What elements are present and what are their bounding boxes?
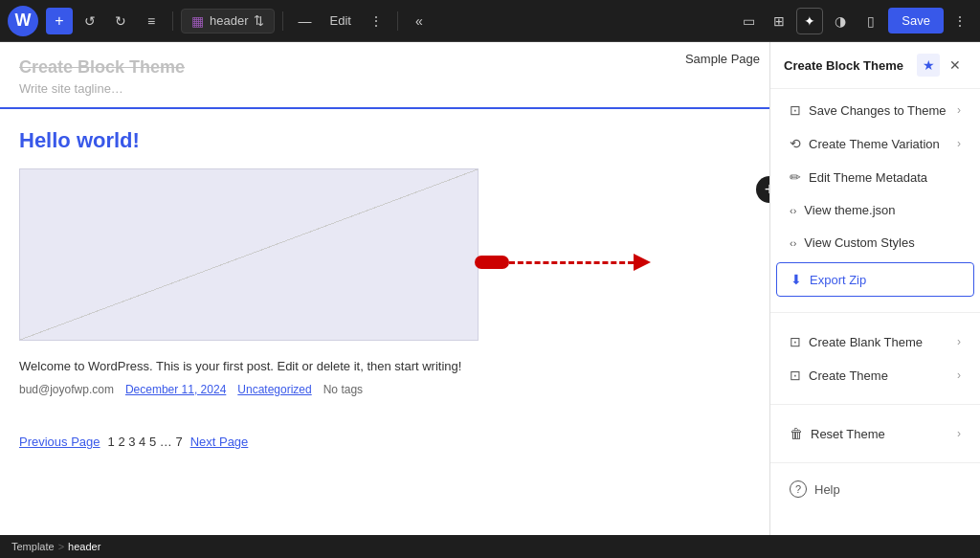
panel-header: Create Block Theme ★ ✕ xyxy=(770,42,980,89)
view-theme-json-item[interactable]: ‹› View theme.json xyxy=(776,194,974,226)
post-date-link[interactable]: December 11, 2024 xyxy=(125,383,226,396)
post-tags: No tags xyxy=(323,383,363,396)
panel-section-2: ⊡ Create Blank Theme › ⊡ Create Theme › xyxy=(770,321,980,396)
edit-button[interactable]: Edit xyxy=(322,10,358,32)
site-title: Create Block Theme xyxy=(19,57,750,78)
create-theme-item[interactable]: ⊡ Create Theme › xyxy=(776,359,974,391)
wp-logo[interactable]: W xyxy=(8,6,38,36)
create-variation-chevron: › xyxy=(957,137,961,150)
save-changes-chevron: › xyxy=(957,103,961,117)
reset-theme-icon: 🗑 xyxy=(790,426,803,441)
undo-button[interactable]: ↺ xyxy=(77,8,103,34)
view-styles-label: View Custom Styles xyxy=(804,235,914,250)
create-variation-icon: ⟲ xyxy=(790,136,801,151)
edit-metadata-icon: ✏ xyxy=(790,169,801,185)
save-button[interactable]: Save xyxy=(888,8,944,33)
panel-section-1: ⊡ Save Changes to Theme › ⟲ Create Theme… xyxy=(770,89,980,304)
hello-world-heading: Hello world! xyxy=(19,128,750,153)
crop-button[interactable]: ⊞ xyxy=(766,8,792,34)
export-zip-icon: ⬇ xyxy=(791,272,802,287)
arrow-start xyxy=(475,256,509,269)
create-theme-chevron: › xyxy=(957,368,961,382)
reset-theme-label: Reset Theme xyxy=(811,427,885,441)
reset-theme-chevron: › xyxy=(957,427,961,440)
panel-divider-1 xyxy=(770,312,980,313)
export-zip-label: Export Zip xyxy=(810,273,866,287)
canvas-content: Hello world! Welcome to WordPress. This … xyxy=(0,109,769,468)
toolbar-right: ▭ ⊞ ✦ ◑ ▯ Save ⋮ xyxy=(735,8,972,34)
create-blank-item[interactable]: ⊡ Create Blank Theme › xyxy=(776,325,974,358)
style-button[interactable]: ✦ xyxy=(796,8,823,34)
arrow-annotation xyxy=(475,254,651,271)
side-panel: Create Block Theme ★ ✕ ⊡ Save Changes to… xyxy=(769,42,980,535)
breadcrumb-separator: > xyxy=(58,541,64,552)
save-changes-item[interactable]: ⊡ Save Changes to Theme › xyxy=(776,94,974,126)
create-theme-icon: ⊡ xyxy=(790,368,801,383)
arrow-head xyxy=(634,254,651,271)
create-blank-chevron: › xyxy=(957,335,961,348)
save-changes-label: Save Changes to Theme xyxy=(809,103,947,118)
redo-button[interactable]: ↻ xyxy=(107,8,134,34)
breadcrumb-type: Template xyxy=(11,541,55,552)
panel-section-3: 🗑 Reset Theme › xyxy=(770,413,980,455)
template-arrows: ⇅ xyxy=(254,13,264,28)
arrow-line xyxy=(509,261,634,264)
collapse-button[interactable]: « xyxy=(406,8,433,34)
transform-icon-button[interactable]: — xyxy=(291,8,318,34)
sample-page-link[interactable]: Sample Page xyxy=(685,52,760,66)
toolbar-divider-3 xyxy=(397,11,398,31)
create-blank-icon: ⊡ xyxy=(790,334,801,349)
create-blank-label: Create Blank Theme xyxy=(809,335,923,349)
edit-metadata-label: Edit Theme Metadata xyxy=(809,170,927,185)
bookmark-icon[interactable]: ★ xyxy=(917,54,940,77)
template-pill[interactable]: ▦ header ⇅ xyxy=(181,9,275,33)
more-options-button[interactable]: ⋮ xyxy=(363,8,390,34)
panel-title: Create Block Theme xyxy=(784,58,903,73)
save-options-button[interactable]: ⋮ xyxy=(947,10,972,33)
toolbar: W + ↺ ↻ ≡ ▦ header ⇅ — Edit ⋮ « ▭ ⊞ ✦ ◑ … xyxy=(0,0,980,42)
toolbar-divider-2 xyxy=(282,11,283,31)
panel-header-icons: ★ ✕ xyxy=(917,54,967,77)
breadcrumb-bar: Template > header xyxy=(0,535,980,558)
page-numbers: 1 2 3 4 5 … 7 xyxy=(108,435,183,449)
template-label: header xyxy=(210,13,248,28)
post-email: bud@joyofwp.com xyxy=(19,383,114,396)
close-panel-button[interactable]: ✕ xyxy=(944,54,967,77)
edit-metadata-item[interactable]: ✏ Edit Theme Metadata xyxy=(776,161,974,193)
panel-divider-3 xyxy=(770,462,980,463)
view-json-label: View theme.json xyxy=(804,203,895,217)
post-category-link[interactable]: Uncategorized xyxy=(237,383,311,396)
help-icon: ? xyxy=(790,480,807,498)
prev-page-link[interactable]: Previous Page xyxy=(19,435,100,449)
save-changes-icon: ⊡ xyxy=(790,102,801,118)
breadcrumb-current: header xyxy=(68,541,100,552)
view-custom-styles-item[interactable]: ‹› View Custom Styles xyxy=(776,227,974,258)
list-view-button[interactable]: ≡ xyxy=(138,8,165,34)
create-theme-label: Create Theme xyxy=(809,368,888,383)
mobile-view-button[interactable]: ▯ xyxy=(858,8,884,34)
pagination: Previous Page 1 2 3 4 5 … 7 Next Page xyxy=(19,435,750,449)
help-item[interactable]: ? Help xyxy=(776,472,974,506)
welcome-text: Welcome to WordPress. This is your first… xyxy=(19,359,750,373)
featured-image-placeholder xyxy=(19,168,479,341)
contrast-button[interactable]: ◑ xyxy=(827,8,854,34)
view-json-icon: ‹› xyxy=(790,205,796,216)
view-styles-icon: ‹› xyxy=(790,237,796,249)
canvas-area: Create Block Theme Write site tagline… S… xyxy=(0,42,769,535)
canvas-inner: Create Block Theme Write site tagline… S… xyxy=(0,42,769,535)
export-zip-item[interactable]: ⬇ Export Zip xyxy=(776,262,974,297)
help-label: Help xyxy=(814,482,840,497)
template-icon: ▦ xyxy=(191,13,204,29)
reset-theme-item[interactable]: 🗑 Reset Theme › xyxy=(776,417,974,450)
desktop-view-button[interactable]: ▭ xyxy=(735,8,762,34)
toolbar-divider-1 xyxy=(172,11,173,31)
canvas-header-section: Create Block Theme Write site tagline… xyxy=(0,42,769,109)
site-tagline: Write site tagline… xyxy=(19,81,750,96)
create-variation-label: Create Theme Variation xyxy=(809,137,940,151)
add-block-button[interactable]: + xyxy=(46,8,73,34)
next-page-link[interactable]: Next Page xyxy=(190,435,249,449)
main-layout: Create Block Theme Write site tagline… S… xyxy=(0,42,980,535)
create-variation-item[interactable]: ⟲ Create Theme Variation › xyxy=(776,127,974,160)
post-meta: bud@joyofwp.com December 11, 2024 Uncate… xyxy=(19,383,750,396)
panel-divider-2 xyxy=(770,404,980,405)
